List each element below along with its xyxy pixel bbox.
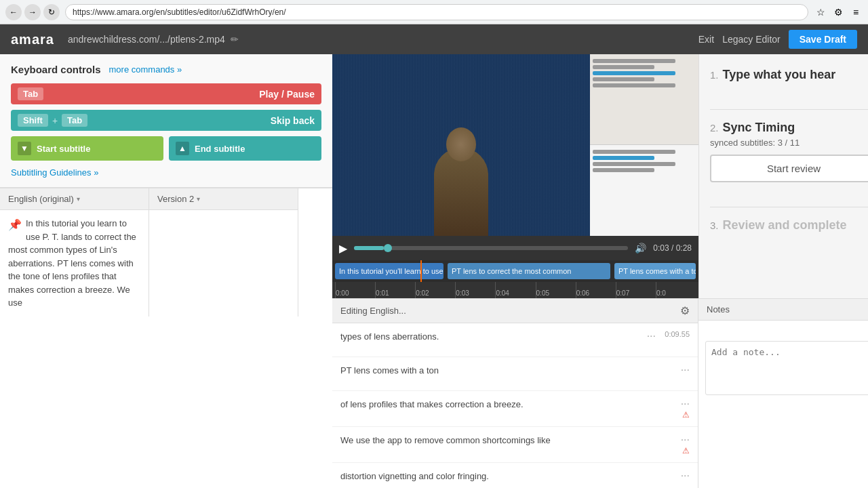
ui-line-9 [593, 168, 654, 172]
timeline-subtitle-3[interactable]: PT lens comes with a to... [614, 263, 696, 279]
step-3-title: Review and complete [723, 218, 847, 232]
time-separator: / [671, 243, 676, 253]
subtitle-text-3[interactable]: of lens profiles that makes correction a… [340, 398, 675, 411]
timeline-cursor [420, 260, 422, 282]
start-review-button[interactable]: Start review [710, 155, 868, 182]
extension-icon[interactable]: ⚙ [831, 5, 845, 19]
timeline-ruler: 0:00 0:01 0:02 0:03 0:04 0:05 0:06 0:07 … [332, 282, 698, 298]
step-2-title: Sync Timing [723, 121, 795, 135]
refresh-button[interactable]: ↻ [43, 4, 60, 20]
timeline-subtitle-2[interactable]: PT lens to correct the most common [448, 263, 610, 279]
table-section: Editing English... ⚙ types of lens aberr… [332, 298, 868, 488]
forward-button[interactable]: → [24, 4, 41, 20]
notes-input[interactable] [705, 341, 868, 395]
plus-sign: + [52, 115, 58, 126]
subtitle-options-5[interactable]: ··· [681, 470, 690, 482]
skip-back-label: Skip back [92, 115, 315, 126]
total-time: 0:28 [676, 243, 692, 253]
time-display: 0:03 / 0:28 [653, 243, 692, 253]
timeline-subtitle-1[interactable]: In this tutorial you'll learn to use [335, 263, 443, 279]
exit-button[interactable]: Exit [698, 34, 714, 45]
back-button[interactable]: ← [5, 4, 22, 20]
original-text: 📌 In this tutorial you learn to use P. T… [0, 210, 149, 317]
original-dropdown-arrow[interactable]: ▾ [77, 195, 80, 203]
warning-icon-3: ⚠ [682, 410, 690, 420]
step-3-number: 3. [710, 220, 719, 231]
notes-label: Notes [707, 304, 730, 314]
save-draft-button[interactable]: Save Draft [789, 30, 857, 49]
tick-1: 0:01 [375, 282, 415, 298]
table-row: PT lens comes with a ton ··· [332, 357, 698, 391]
app-header: amara andrewchildress.com/.../ptlens-2.m… [0, 24, 868, 54]
editing-panel: Editing English... ⚙ types of lens aberr… [332, 299, 698, 488]
subtitle-options-4[interactable]: ··· [681, 434, 690, 446]
step-2: 2. Sync Timing synced subtitles: 3 / 11 … [710, 121, 868, 182]
step-divider-1 [710, 109, 868, 110]
subtitle-time-1: 0:09.55 [656, 330, 690, 338]
legacy-editor-button[interactable]: Legacy Editor [722, 34, 781, 45]
keyboard-title: Keyboard controls [11, 64, 101, 75]
start-subtitle-button[interactable]: ▼ Start subtitle [11, 136, 163, 161]
step-2-subtitle: synced subtitles: 3 / 11 [710, 138, 868, 148]
video-container [332, 54, 698, 236]
browser-icons: ☆ ⚙ ≡ [814, 5, 863, 19]
play-button[interactable]: ▶ [339, 242, 347, 255]
subtitle-rows-area: types of lens aberrations. ··· 0:09.55 P… [332, 323, 698, 488]
address-bar[interactable] [65, 4, 808, 20]
editing-label: Editing English... [340, 306, 406, 316]
tick-0: 0:00 [335, 282, 375, 298]
progress-bar[interactable] [354, 246, 628, 250]
progress-thumb [384, 244, 392, 252]
subtitle-text-4[interactable]: We use the app to remove common shortcom… [340, 434, 675, 447]
subtitle-options-2[interactable]: ··· [681, 364, 690, 376]
tick-4: 0:04 [495, 282, 535, 298]
person-head [446, 127, 476, 161]
subtitle-text-5[interactable]: distortion vignetting and color fringing… [340, 470, 675, 483]
notes-content [698, 321, 868, 404]
star-icon[interactable]: ☆ [814, 5, 827, 19]
tab-key-badge: Tab [18, 87, 43, 100]
table-row: types of lens aberrations. ··· 0:09.55 [332, 323, 698, 357]
arrow-up-icon: ▲ [176, 142, 189, 155]
warning-icon-4: ⚠ [682, 446, 690, 455]
video-controls: ▶ 🔊 0:03 / 0:28 [332, 236, 698, 260]
ui-line-5 [593, 83, 675, 87]
file-name-display: andrewchildress.com/.../ptlens-2.mp4 ✏ [68, 34, 685, 45]
ui-line-2 [593, 65, 654, 69]
edit-filename-icon[interactable]: ✏ [231, 34, 239, 45]
end-subtitle-label: End subtitle [195, 144, 245, 154]
version-dropdown-arrow[interactable]: ▾ [197, 195, 200, 203]
keyboard-controls-section: Keyboard controls more commands » Tab Pl… [0, 54, 332, 188]
left-controls-panel: Keyboard controls more commands » Tab Pl… [0, 54, 332, 488]
original-panel: English (original) ▾ 📌 In this tutorial … [0, 188, 149, 317]
video-right-top [590, 54, 698, 145]
original-text-content: In this tutorial you learn to use P. T. … [8, 218, 136, 308]
nav-buttons: ← → ↻ [5, 4, 60, 20]
end-subtitle-button[interactable]: ▲ End subtitle [169, 136, 321, 161]
step-divider-2 [710, 207, 868, 207]
version-header: Version 2 ▾ [149, 188, 298, 210]
original-header: English (original) ▾ [0, 188, 149, 210]
subtitle-text-2[interactable]: PT lens comes with a ton [340, 364, 675, 378]
subtitle-options-3[interactable]: ··· [681, 398, 690, 410]
current-time: 0:03 [653, 243, 669, 253]
start-subtitle-label: Start subtitle [37, 144, 90, 154]
arrow-down-icon: ▼ [18, 142, 31, 155]
browser-bar: ← → ↻ ☆ ⚙ ≡ [0, 0, 868, 24]
shift-key-badge: Shift [18, 114, 48, 127]
ui-line-1 [593, 59, 675, 63]
volume-button[interactable]: 🔊 [635, 243, 646, 253]
notes-panel: Notes [698, 299, 868, 488]
right-steps-panel: 1. Type what you hear 2. Sync Timing syn… [698, 54, 868, 298]
table-row: distortion vignetting and color fringing… [332, 463, 698, 488]
settings-icon[interactable]: ⚙ [680, 304, 690, 317]
timeline-area: In this tutorial you'll learn to use PT … [332, 260, 698, 298]
subtitling-guidelines-link[interactable]: Subtitling Guidelines » [11, 167, 321, 178]
ui-line-8 [593, 162, 675, 166]
subtitle-text-1[interactable]: types of lens aberrations. [340, 330, 642, 344]
notes-header: Notes [698, 299, 868, 321]
subtitle-options-1[interactable]: ··· [647, 330, 656, 342]
more-commands-link[interactable]: more commands » [109, 64, 182, 75]
step-1-number: 1. [710, 69, 719, 81]
menu-icon[interactable]: ≡ [849, 5, 863, 19]
